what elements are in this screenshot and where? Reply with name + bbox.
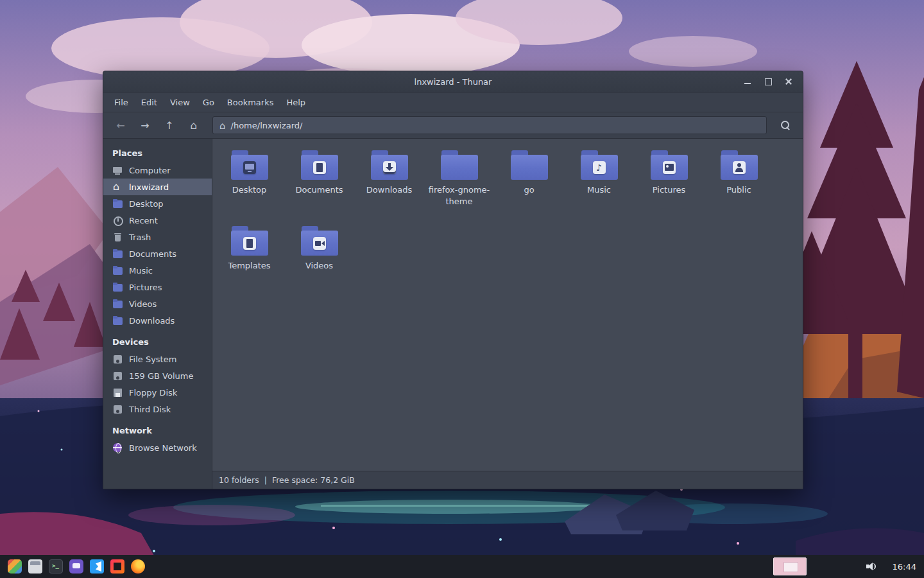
- sidebar-item-file-system[interactable]: File System: [103, 351, 212, 367]
- sidebar-item-third-disk[interactable]: Third Disk: [103, 401, 212, 417]
- home-icon: [112, 182, 123, 193]
- main-column: DesktopDocumentsDownloadsfirefox-gnome-t…: [212, 139, 803, 489]
- camera-emblem-icon: [313, 237, 326, 250]
- sidebar-item-label: Third Disk: [129, 405, 171, 414]
- titlebar[interactable]: lnxwizard - Thunar: [103, 71, 803, 92]
- downloads-icon: [112, 315, 123, 326]
- sidebar-item-label: 159 GB Volume: [129, 371, 193, 381]
- terminal-icon[interactable]: [49, 559, 63, 574]
- content-row: PlacesComputerlnxwizardDesktopRecentTras…: [103, 139, 803, 489]
- file-public[interactable]: Public: [704, 144, 774, 220]
- sidebar-item-computer[interactable]: Computer: [103, 162, 212, 179]
- sidebar-item-browse-network[interactable]: Browse Network: [103, 439, 212, 456]
- menu-view[interactable]: View: [170, 98, 190, 107]
- folder-icon: [231, 226, 268, 256]
- sidebar-item-music[interactable]: Music: [103, 262, 212, 279]
- home-button[interactable]: [183, 117, 205, 134]
- sidebar-item-floppy-disk[interactable]: Floppy Disk: [103, 384, 212, 401]
- sidebar-item-recent[interactable]: Recent: [103, 212, 212, 229]
- up-button[interactable]: [158, 117, 180, 134]
- sidebar-item-videos[interactable]: Videos: [103, 295, 212, 312]
- file-music[interactable]: Music: [564, 144, 634, 220]
- file-label: Downloads: [366, 184, 412, 196]
- menu-go[interactable]: Go: [203, 98, 214, 107]
- sidebar-item-documents[interactable]: Documents: [103, 245, 212, 262]
- path-bar[interactable]: /home/lnxwizard/: [212, 116, 767, 134]
- file-videos[interactable]: Videos: [284, 220, 354, 295]
- sidebar-item-pictures[interactable]: Pictures: [103, 279, 212, 295]
- folder-icon: [301, 150, 338, 180]
- file-label: Documents: [295, 184, 343, 196]
- menu-bookmarks[interactable]: Bookmarks: [227, 98, 274, 107]
- file-view[interactable]: DesktopDocumentsDownloadsfirefox-gnome-t…: [212, 139, 803, 471]
- taskbar: 16:44: [0, 555, 924, 578]
- toolbar: /home/lnxwizard/: [103, 112, 803, 139]
- folder-icon: [511, 150, 548, 180]
- status-separator: |: [264, 475, 267, 485]
- search-icon: [780, 120, 791, 130]
- status-folder-count: 10 folders: [219, 475, 259, 485]
- vscode-icon[interactable]: [90, 559, 104, 574]
- drive-icon: [112, 371, 123, 381]
- file-manager-icon[interactable]: [28, 559, 42, 574]
- maximize-button[interactable]: [763, 76, 773, 87]
- close-button[interactable]: [783, 76, 794, 87]
- drive-icon: [112, 404, 123, 415]
- file-downloads[interactable]: Downloads: [354, 144, 424, 220]
- intellij-icon[interactable]: [110, 559, 124, 574]
- status-free-space: Free space: 76,2 GiB: [272, 475, 355, 485]
- file-go[interactable]: go: [494, 144, 564, 220]
- sidebar: PlacesComputerlnxwizardDesktopRecentTras…: [103, 139, 212, 489]
- sidebar-item-label: Desktop: [129, 199, 164, 209]
- menubar: FileEditViewGoBookmarksHelp: [103, 92, 803, 112]
- sidebar-item-desktop[interactable]: Desktop: [103, 195, 212, 212]
- folder-icon: [441, 150, 478, 180]
- forward-button[interactable]: [134, 117, 156, 134]
- music-icon: [112, 265, 123, 276]
- file-label: firefox-gnome-theme: [427, 184, 492, 207]
- sidebar-item-159-gb-volume[interactable]: 159 GB Volume: [103, 367, 212, 384]
- file-templates[interactable]: Templates: [214, 220, 284, 295]
- workspace-switcher[interactable]: [773, 557, 807, 575]
- page-emblem-icon: [313, 161, 326, 174]
- page-emblem-icon: [243, 237, 256, 250]
- volume-icon[interactable]: [866, 561, 877, 572]
- sidebar-section-places: Places: [103, 144, 212, 162]
- window-controls: [742, 76, 803, 87]
- taskbar-clock[interactable]: 16:44: [893, 562, 916, 572]
- folder-icon: [301, 226, 338, 256]
- sidebar-item-trash[interactable]: Trash: [103, 229, 212, 245]
- search-button[interactable]: [774, 117, 796, 134]
- sidebar-section-devices: Devices: [103, 333, 212, 351]
- file-desktop[interactable]: Desktop: [214, 144, 284, 220]
- network-icon: [112, 442, 123, 453]
- sidebar-item-downloads[interactable]: Downloads: [103, 312, 212, 329]
- recent-icon: [112, 215, 123, 226]
- back-button[interactable]: [110, 117, 132, 134]
- menu-help[interactable]: Help: [286, 98, 305, 107]
- floppy-icon: [112, 387, 123, 398]
- sidebar-item-label: Downloads: [129, 316, 175, 326]
- picture-emblem-icon: [663, 161, 676, 174]
- file-pictures[interactable]: Pictures: [634, 144, 704, 220]
- trash-icon: [112, 232, 123, 243]
- file-label: Pictures: [653, 184, 685, 196]
- file-label: Desktop: [232, 184, 267, 196]
- person-emblem-icon: [733, 161, 746, 174]
- window-title: lnxwizard - Thunar: [103, 77, 803, 87]
- menu-file[interactable]: File: [114, 98, 128, 107]
- menu-edit[interactable]: Edit: [141, 98, 157, 107]
- computer-icon: [112, 165, 123, 176]
- folder-icon: [651, 150, 688, 180]
- sidebar-item-lnxwizard[interactable]: lnxwizard: [103, 179, 212, 195]
- statusbar: 10 folders | Free space: 76,2 GiB: [212, 471, 803, 489]
- minimize-button[interactable]: [742, 76, 753, 87]
- app-menu-icon[interactable]: [8, 559, 22, 574]
- volume-wave-icon: [873, 563, 876, 570]
- firefox-icon[interactable]: [131, 559, 145, 574]
- folder-icon: [721, 150, 758, 180]
- folder-icon: [231, 150, 268, 180]
- file-documents[interactable]: Documents: [284, 144, 354, 220]
- file-firefox-gnome-theme[interactable]: firefox-gnome-theme: [424, 144, 494, 220]
- chat-app-icon[interactable]: [69, 559, 83, 574]
